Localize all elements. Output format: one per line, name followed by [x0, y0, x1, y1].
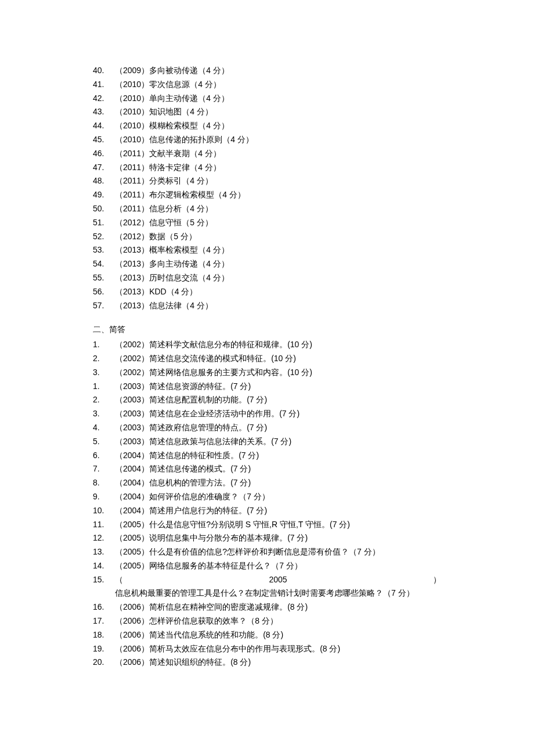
item-number: 47.: [93, 161, 115, 175]
close-paren: ）: [433, 573, 441, 587]
item-number: 54.: [93, 257, 115, 271]
list-item: 18.（2006）简述当代信息系统的牲和功能。(8 分): [93, 628, 441, 642]
list-item: 6.（2004）简述信息的特征和性质。(7 分): [93, 449, 441, 463]
item-number: 41.: [93, 78, 115, 92]
item-number: 9.: [93, 490, 115, 504]
section-2-list-a: 1.（2002）简述科学文献信息分布的特征和规律。(10 分)2.（2002）简…: [93, 338, 441, 573]
open-paren: （: [115, 573, 123, 587]
list-item: 52.（2012）数据（5 分）: [93, 230, 441, 244]
item-number: 15.: [93, 573, 115, 587]
item-number: 2.: [93, 352, 115, 366]
list-item: 55.（2013）历时信息交流（4 分）: [93, 271, 441, 285]
list-item: 3.（2003）简述信息在企业经济活动中的作用。(7 分): [93, 407, 441, 421]
item-text: （2004）简述信息传递的模式。(7 分): [115, 462, 441, 476]
item-text: （2002）简述科学文献信息分布的特征和规律。(10 分): [115, 338, 441, 352]
item-text: （2013）KDD（4 分）: [115, 285, 441, 299]
year-text: 2005: [123, 573, 433, 587]
item-number: 48.: [93, 174, 115, 188]
item-number: 19.: [93, 642, 115, 656]
item-number: 53.: [93, 243, 115, 257]
list-item: 17.（2006）怎样评价信息获取的效率？（8 分）: [93, 614, 441, 628]
item-text: （2010）模糊检索模型（4 分）: [115, 119, 441, 133]
list-item: 54.（2013）多向主动传递（4 分）: [93, 257, 441, 271]
list-item: 47.（2011）特洛卡定律（4 分）: [93, 161, 441, 175]
item-text: （2010）单向主动传递（4 分）: [115, 92, 441, 106]
item-number: 56.: [93, 285, 115, 299]
list-item: 49.（2011）布尔逻辑检索模型（4 分）: [93, 188, 441, 202]
list-item: 56.（2013）KDD（4 分）: [93, 285, 441, 299]
item-text: （2012）信息守恒（5 分）: [115, 216, 441, 230]
item-text: （2009）多向被动传递（4 分）: [115, 64, 441, 78]
list-item: 51.（2012）信息守恒（5 分）: [93, 216, 441, 230]
item-text: （2004）信息机构的管理方法。(7 分): [115, 476, 441, 490]
list-item: 20.（2006）简述知识组织的特征。(8 分): [93, 656, 441, 669]
item-text: （2013）信息法律（4 分）: [115, 299, 441, 313]
item-number: 1.: [93, 380, 115, 394]
item-15-line2: 信息机构最重要的管理工具是什么？在制定营销计划时需要考虑哪些策略？（7 分）: [93, 586, 441, 600]
item-text: （2012）数据（5 分）: [115, 230, 441, 244]
item-number: 3.: [93, 407, 115, 421]
list-item: 42.（2010）单向主动传递（4 分）: [93, 92, 441, 106]
item-text: （2006）怎样评价信息获取的效率？（8 分）: [115, 614, 441, 628]
list-item: 1.（2002）简述科学文献信息分布的特征和规律。(10 分): [93, 338, 441, 352]
item-text: （2003）简述政府信息管理的特点。(7 分): [115, 421, 441, 435]
item-text: （2011）分类标引（4 分）: [115, 174, 441, 188]
item-number: 10.: [93, 504, 115, 518]
list-item: 53.（2013）概率检索模型（4 分）: [93, 243, 441, 257]
item-number: 14.: [93, 559, 115, 573]
item-text: （2011）特洛卡定律（4 分）: [115, 161, 441, 175]
item-number: 13.: [93, 545, 115, 559]
item-number: 5.: [93, 435, 115, 449]
list-item: 16.（2006）简析信息在精神空间的密度递减规律。(8 分): [93, 600, 441, 614]
list-item: 10.（2004）简述用户信息行为的特征。(7 分): [93, 504, 441, 518]
item-number: 18.: [93, 628, 115, 642]
item-number: 46.: [93, 147, 115, 161]
list-item: 5.（2003）简述信息政策与信息法律的关系。(7 分): [93, 435, 441, 449]
item-text: （2002）简述网络信息服务的主要方式和内容。(10 分): [115, 366, 441, 380]
item-text: （2006）简述当代信息系统的牲和功能。(8 分): [115, 628, 441, 642]
list-item: 7.（2004）简述信息传递的模式。(7 分): [93, 462, 441, 476]
list-item: 14.（2005）网络信息服务的基本特征是什么？（7 分）: [93, 559, 441, 573]
item-text: （2005）什么是有价值的信息?怎样评价和判断信息是滞有价值？（7 分）: [115, 545, 441, 559]
item-text: （2003）简述信息资源的特征。(7 分): [115, 380, 441, 394]
item-number: 8.: [93, 476, 115, 490]
item-number: 6.: [93, 449, 115, 463]
item-number: 50.: [93, 202, 115, 216]
item-text: （2004）简述用户信息行为的特征。(7 分): [115, 504, 441, 518]
item-number: 45.: [93, 133, 115, 147]
item-number: 49.: [93, 188, 115, 202]
item-number: 1.: [93, 338, 115, 352]
list-item: 50.（2011）信息分析（4 分）: [93, 202, 441, 216]
item-text: （2010）零次信息源（4 分）: [115, 78, 441, 92]
item-text: （2010）知识地图（4 分）: [115, 105, 441, 119]
list-item: 46.（2011）文献半衰期（4 分）: [93, 147, 441, 161]
list-item: 11.（2005）什么是信息守恒?分别说明 S 守恒,R 守恒,T 守恒。(7 …: [93, 518, 441, 532]
list-item: 45.（2010）信息传递的拓扑原则（4 分）: [93, 133, 441, 147]
item-text: （2002）简述信息交流传递的模式和特征。(10 分): [115, 352, 441, 366]
item-number: 51.: [93, 216, 115, 230]
item-number: 3.: [93, 366, 115, 380]
item-text: （2005）网络信息服务的基本特征是什么？（7 分）: [115, 559, 441, 573]
item-number: 57.: [93, 299, 115, 313]
item-text: （2005）什么是信息守恒?分别说明 S 守恒,R 守恒,T 守恒。(7 分): [115, 518, 441, 532]
list-item: 9.（2004）如何评价信息的准确度？（7 分）: [93, 490, 441, 504]
item-number: 17.: [93, 614, 115, 628]
item-number: 16.: [93, 600, 115, 614]
list-item: 1.（2003）简述信息资源的特征。(7 分): [93, 380, 441, 394]
list-item: 2.（2003）简述信息配置机制的功能。(7 分): [93, 393, 441, 407]
list-item-15: 15. （ 2005 ） 信息机构最重要的管理工具是什么？在制定营销计划时需要考…: [93, 573, 441, 601]
item-text: （2003）简述信息配置机制的功能。(7 分): [115, 393, 441, 407]
item-text: （2005）说明信息集中与分散分布的基本规律。(7 分): [115, 531, 441, 545]
item-number: 7.: [93, 462, 115, 476]
item-number: 11.: [93, 518, 115, 532]
item-text: （2013）历时信息交流（4 分）: [115, 271, 441, 285]
list-item: 3.（2002）简述网络信息服务的主要方式和内容。(10 分): [93, 366, 441, 380]
item-text: （2010）信息传递的拓扑原则（4 分）: [115, 133, 441, 147]
item-text: （2011）布尔逻辑检索模型（4 分）: [115, 188, 441, 202]
list-item: 4.（2003）简述政府信息管理的特点。(7 分): [93, 421, 441, 435]
list-item: 57.（2013）信息法律（4 分）: [93, 299, 441, 313]
item-number: 55.: [93, 271, 115, 285]
item-text: （2003）简述信息在企业经济活动中的作用。(7 分): [115, 407, 441, 421]
item-text: （2006）简析信息在精神空间的密度递减规律。(8 分): [115, 600, 441, 614]
item-text: （2013）概率检索模型（4 分）: [115, 243, 441, 257]
